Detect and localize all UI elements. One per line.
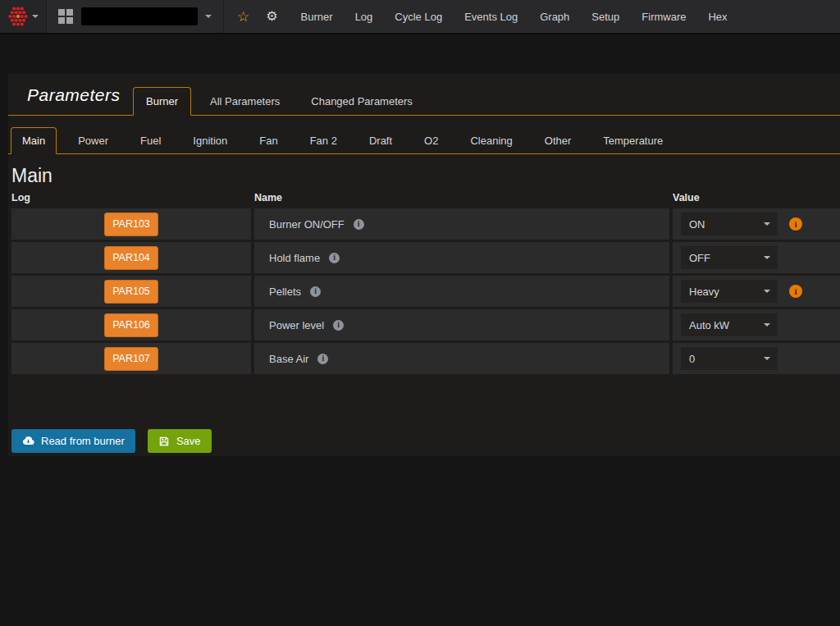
read-from-burner-button[interactable]: Read from burner [11,429,135,453]
dashboard-picker-caret-icon [205,15,212,18]
info-circle-icon[interactable] [329,253,340,263]
action-buttons: Read from burner Save [11,429,840,453]
nav-link-firmware[interactable]: Firmware [641,11,686,23]
param-name: Pellets [269,286,301,298]
name-cell: Burner ON/OFF [254,208,669,240]
table-row: PAR105 Pellets Heavy [11,276,840,307]
table-row: PAR107 Base Air 0 [11,343,840,374]
value-cell: ON [673,208,840,240]
save-button-label: Save [176,435,201,447]
dashboard-title-redacted [81,7,198,25]
value-select[interactable]: Heavy [681,280,778,303]
name-cell: Base Air [254,343,669,374]
subtab-fuel[interactable]: Fuel [130,128,171,153]
subtab-other[interactable]: Other [534,128,582,153]
read-from-burner-label: Read from burner [41,435,125,447]
quick-actions: ☆ ⚙ [224,0,291,33]
info-circle-orange-icon[interactable] [789,217,802,231]
star-icon[interactable]: ☆ [237,10,249,24]
select-caret-icon [764,222,770,226]
nav-links: Burner Log Cycle Log Events Log Graph Se… [291,0,728,33]
subtab-draft[interactable]: Draft [358,128,403,153]
nav-link-graph[interactable]: Graph [540,11,569,23]
par-log-button[interactable]: PAR104 [104,246,158,270]
subtab-ignition[interactable]: Ignition [182,128,238,153]
nav-link-log[interactable]: Log [355,11,373,23]
nav-link-burner[interactable]: Burner [301,11,333,23]
value-select[interactable]: Auto kW [681,313,778,336]
column-header-log: Log [11,192,251,203]
section-title: Main [11,165,840,187]
subtab-o2[interactable]: O2 [413,128,449,153]
column-header-name: Name [254,192,669,203]
select-caret-icon [764,290,770,293]
table-header: Log Name Value [11,192,840,203]
select-caret-icon [764,256,770,259]
floppy-disk-icon [158,436,170,447]
info-circle-icon[interactable] [333,320,344,331]
column-header-value: Value [673,192,840,203]
selected-value: OFF [689,252,710,264]
table-row: PAR106 Power level Auto kW [11,309,840,340]
value-select[interactable]: ON [681,212,778,235]
param-name: Burner ON/OFF [269,218,345,231]
param-name: Base Air [269,353,308,365]
selected-value: 0 [689,353,695,365]
subtab-main[interactable]: Main [11,127,57,154]
selected-value: Auto kW [689,319,729,331]
grafana-dots-logo [7,6,29,27]
log-cell: PAR107 [11,343,251,374]
log-cell: PAR104 [11,242,251,273]
info-circle-icon[interactable] [310,286,321,297]
top-navbar: ☆ ⚙ Burner Log Cycle Log Events Log Grap… [0,0,840,33]
value-cell: Heavy [673,276,840,307]
par-log-button[interactable]: PAR105 [104,280,158,304]
subtab-temperature[interactable]: Temperature [592,128,673,153]
par-log-button[interactable]: PAR106 [104,313,158,337]
value-cell: OFF [673,242,840,273]
param-name: Hold flame [269,252,320,264]
table-row: PAR104 Hold flame OFF [11,242,840,273]
nav-link-events-log[interactable]: Events Log [464,11,518,23]
selected-value: Heavy [689,286,719,298]
info-circle-orange-icon[interactable] [789,285,802,298]
name-cell: Pellets [254,276,669,307]
value-cell: Auto kW [673,309,840,340]
name-cell: Hold flame [254,242,669,273]
table-row: PAR103 Burner ON/OFF ON [11,208,840,240]
value-select[interactable]: 0 [681,347,778,370]
logo-menu-caret-icon [32,15,39,18]
save-button[interactable]: Save [148,429,212,453]
cloud-download-icon [22,435,34,447]
tab-changed-parameters[interactable]: Changed Parameters [299,88,425,115]
subtab-cleaning[interactable]: Cleaning [459,128,523,153]
top-tabs: Burner All Parameters Changed Parameters [133,87,425,115]
log-cell: PAR105 [11,276,251,307]
subtab-fan[interactable]: Fan [249,128,288,153]
panel-header: Parameters Burner All Parameters Changed… [8,74,840,116]
info-circle-icon[interactable] [354,219,364,230]
par-log-button[interactable]: PAR103 [104,212,158,236]
info-circle-icon[interactable] [317,354,328,364]
nav-link-setup[interactable]: Setup [591,11,619,23]
name-cell: Power level [254,309,669,340]
value-cell: 0 [673,343,840,374]
category-subtabs: Main Power Fuel Ignition Fan Fan 2 Draft… [8,127,840,154]
tab-all-parameters[interactable]: All Parameters [198,88,292,115]
nav-link-hex[interactable]: Hex [708,11,727,23]
log-cell: PAR103 [11,208,251,240]
subtab-fan-2[interactable]: Fan 2 [299,128,348,153]
page-title: Parameters [8,85,133,115]
tab-burner[interactable]: Burner [133,87,191,116]
selected-value: ON [689,218,705,231]
gear-icon[interactable]: ⚙ [266,10,277,23]
dashboard-picker[interactable] [47,0,224,33]
param-name: Power level [269,319,324,331]
log-cell: PAR106 [11,309,251,340]
subtab-power[interactable]: Power [67,128,119,153]
apps-grid-icon [58,9,74,25]
value-select[interactable]: OFF [681,246,778,269]
app-logo-button[interactable] [0,0,47,33]
par-log-button[interactable]: PAR107 [104,347,158,371]
nav-link-cycle-log[interactable]: Cycle Log [395,11,442,23]
